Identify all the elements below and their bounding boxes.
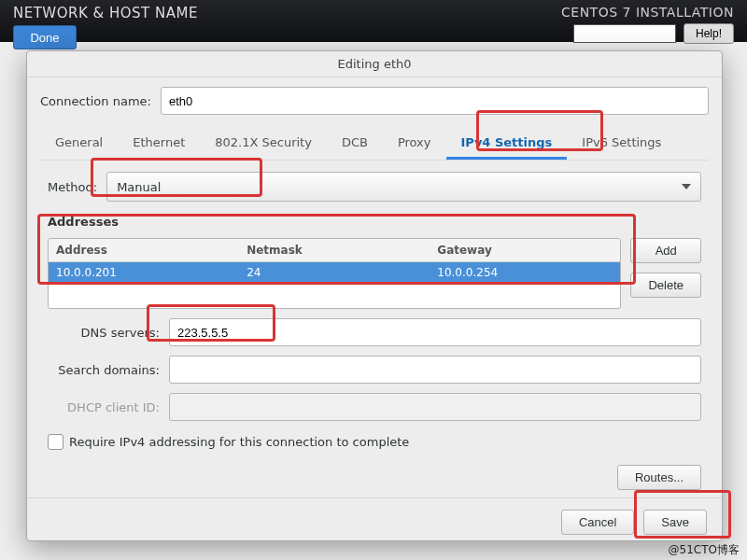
connection-name-label: Connection name: <box>40 94 151 108</box>
address-row-selected[interactable]: 10.0.0.201 24 10.0.0.254 <box>49 262 620 283</box>
done-button[interactable]: Done <box>13 25 77 49</box>
cancel-button[interactable]: Cancel <box>561 510 634 535</box>
connection-name-input[interactable] <box>161 87 709 115</box>
require-ipv4-label: Require IPv4 addressing for this connect… <box>69 435 409 449</box>
method-value: Manual <box>117 180 161 194</box>
keyboard-layout-indicator[interactable] <box>573 24 676 43</box>
dhcp-client-id-label: DHCP client ID: <box>48 400 160 414</box>
addresses-heading: Addresses <box>48 215 701 229</box>
dialog-title: Editing eth0 <box>27 51 722 77</box>
tab-dcb[interactable]: DCB <box>327 128 383 160</box>
cell-address: 10.0.0.201 <box>49 262 239 283</box>
dialog-footer: Cancel Save <box>27 497 722 546</box>
require-ipv4-checkbox[interactable] <box>48 434 63 450</box>
col-address: Address <box>49 239 239 261</box>
cell-gateway: 10.0.0.254 <box>430 262 620 283</box>
routes-button[interactable]: Routes... <box>617 465 701 490</box>
settings-tabs: General Ethernet 802.1X Security DCB Pro… <box>27 128 722 160</box>
edit-connection-dialog: Editing eth0 Connection name: General Et… <box>26 50 723 541</box>
col-netmask: Netmask <box>239 239 430 261</box>
tab-ethernet[interactable]: Ethernet <box>118 128 200 160</box>
cell-netmask: 24 <box>239 262 430 283</box>
addresses-table[interactable]: Address Netmask Gateway 10.0.0.201 24 10… <box>48 238 621 309</box>
method-dropdown[interactable]: Manual <box>106 172 701 202</box>
search-domains-input[interactable] <box>169 356 701 384</box>
method-label: Method: <box>48 180 97 194</box>
dns-servers-label: DNS servers: <box>48 326 160 340</box>
tab-ipv6[interactable]: IPv6 Settings <box>567 128 676 160</box>
installer-top-bar: NETWORK & HOST NAME Done CENTOS 7 INSTAL… <box>0 0 747 42</box>
tab-ipv4[interactable]: IPv4 Settings <box>446 128 568 160</box>
tab-8021x[interactable]: 802.1X Security <box>200 128 327 160</box>
spoke-title: NETWORK & HOST NAME <box>13 5 198 21</box>
col-gateway: Gateway <box>430 239 620 261</box>
delete-address-button[interactable]: Delete <box>630 273 701 298</box>
dhcp-client-id-input <box>169 393 701 421</box>
ipv4-panel: Method: Manual Addresses Address Netmask… <box>40 160 709 497</box>
help-button[interactable]: Help! <box>684 23 734 44</box>
watermark: @51CTO博客 <box>669 542 740 558</box>
dns-servers-input[interactable] <box>169 318 701 346</box>
search-domains-label: Search domains: <box>48 363 160 377</box>
tab-general[interactable]: General <box>40 128 118 160</box>
chevron-down-icon <box>682 184 691 189</box>
add-address-button[interactable]: Add <box>630 238 701 263</box>
address-row-empty[interactable] <box>49 283 620 308</box>
tab-proxy[interactable]: Proxy <box>383 128 446 160</box>
installation-title: CENTOS 7 INSTALLATION <box>561 5 734 20</box>
addresses-header-row: Address Netmask Gateway <box>49 239 620 262</box>
save-button[interactable]: Save <box>643 510 707 535</box>
